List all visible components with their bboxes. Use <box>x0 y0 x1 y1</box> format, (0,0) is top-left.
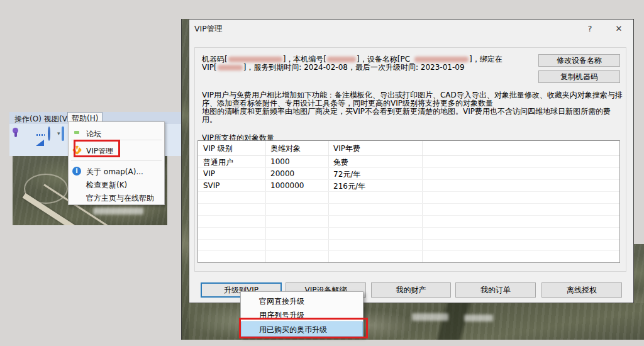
redacted-machine-code <box>228 57 282 62</box>
redacted-device-number <box>327 57 356 62</box>
menu-item-about[interactable]: i 关于 omap(A)... <box>69 165 164 177</box>
clock-shield-icon[interactable] <box>48 128 50 140</box>
col-header-level: VIP 级别 <box>203 143 233 154</box>
col-header-fee: VIP年费 <box>333 143 360 154</box>
vip-description-line: 用。 <box>202 114 217 125</box>
info-icon: i <box>72 167 81 176</box>
my-assets-button[interactable]: 我的财产 <box>371 282 451 298</box>
annotation-box-coin-upgrade <box>239 318 368 338</box>
offline-authorization-button[interactable]: 离线授权 <box>541 282 622 298</box>
vip-tier-table: VIP 级别 奥维对象 VIP年费 普通用户 1000 免费 VIP 20000… <box>197 140 620 263</box>
col-header-objects: 奥维对象 <box>270 143 301 154</box>
empty-table-row <box>198 251 619 262</box>
empty-table-row <box>198 192 619 204</box>
vip-management-dialog: VIP管理 ? ✕ 机器码[]，本机编号[]，设备名称[PC_]，绑定在 VIP… <box>189 19 634 303</box>
menu-item-check-update[interactable]: 检查更新(K) <box>69 178 164 191</box>
redacted-vip-id <box>218 65 243 70</box>
table-row[interactable]: SVIP 1000000 216元/年 <box>198 180 619 192</box>
dialog-help-button[interactable]: ? <box>583 23 597 35</box>
table-header-row: VIP 级别 奥维对象 VIP年费 <box>198 141 619 156</box>
vip-description-line: 地图的清晰度和更新频率由地图厂商决定，买VIP不会看到更新更清楚的地图。VIP费… <box>202 106 611 117</box>
dialog-close-button[interactable]: ✕ <box>612 23 626 35</box>
empty-table-row <box>198 228 619 240</box>
machine-info-line2: VIP[]，服务到期时间: 2024-02-08，最后一次升级时间: 2023-… <box>202 62 465 73</box>
map-label-blur <box>93 208 143 215</box>
popup-item-official-site-upgrade[interactable]: 官网直接升级 <box>242 294 362 308</box>
rename-device-button[interactable]: 修改设备名称 <box>538 54 620 67</box>
copy-machine-code-button[interactable]: 复制机器码 <box>538 70 620 83</box>
map-town-label-blur <box>464 315 493 321</box>
menu-item-official-homepage[interactable]: 官方主页与在线帮助 <box>69 191 164 204</box>
dropdown-caret-icon[interactable]: ▾ <box>57 130 60 137</box>
redacted-device-name <box>414 57 469 62</box>
map-town-label-blur <box>412 313 448 321</box>
signature-ramp-icon[interactable] <box>36 128 44 140</box>
my-orders-button[interactable]: 我的订单 <box>455 282 536 298</box>
partial-toolbar-icon[interactable] <box>62 128 64 140</box>
table-row[interactable]: VIP 20000 72元/年 <box>198 168 619 180</box>
empty-table-row <box>198 204 619 216</box>
table-row[interactable]: 普通用户 1000 免费 <box>198 156 619 168</box>
empty-table-row <box>198 216 619 228</box>
satellite-map-left-strip <box>181 19 189 340</box>
empty-table-row <box>198 240 619 251</box>
help-dropdown-menu: 论坛 V VIP管理 i 关于 omap(A)... 检查更新(K) 官方主页与… <box>68 121 165 205</box>
menu-help[interactable]: 帮助(H) <box>67 112 103 122</box>
dialog-title: VIP管理 <box>194 25 223 33</box>
annotation-box-vip-management <box>74 140 120 157</box>
menu-item-forum[interactable]: 论坛 <box>69 127 164 140</box>
